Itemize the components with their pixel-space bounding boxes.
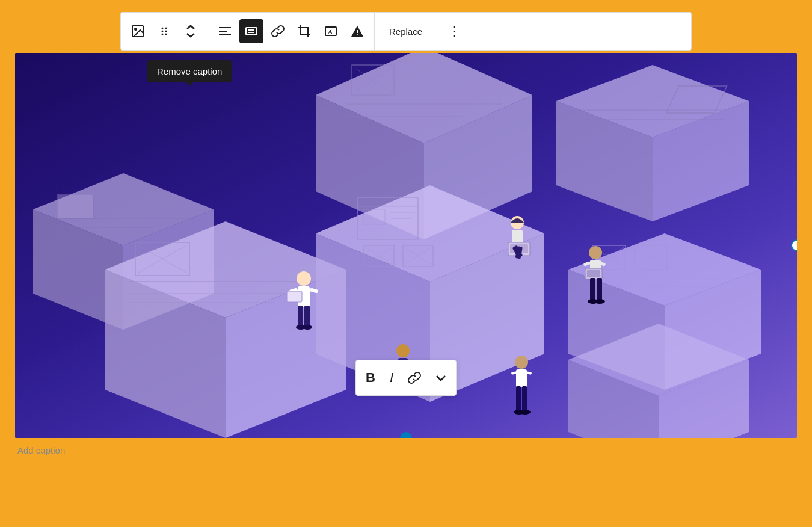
remove-caption-tooltip[interactable]: Remove caption — [147, 60, 232, 82]
align-left-button[interactable] — [213, 19, 237, 43]
svg-point-6 — [162, 34, 164, 35]
svg-rect-99 — [597, 278, 602, 301]
main-image[interactable]: Remove caption B I — [15, 53, 797, 438]
svg-rect-39 — [57, 194, 93, 218]
more-options-button[interactable]: ⋮ — [442, 19, 466, 43]
caption-format-toolbar: B I — [355, 360, 457, 396]
svg-point-113 — [520, 410, 531, 415]
drag-handle-button[interactable] — [152, 19, 176, 43]
svg-point-4 — [162, 31, 164, 32]
caption-text[interactable]: Add caption — [15, 438, 797, 463]
align-center-button[interactable] — [239, 19, 263, 43]
more-inline-button[interactable] — [433, 372, 449, 384]
svg-rect-95 — [587, 270, 600, 277]
svg-point-1 — [135, 28, 137, 30]
svg-rect-111 — [522, 386, 527, 411]
image-toolbar: A Replace ⋮ — [120, 12, 692, 51]
move-button[interactable] — [179, 19, 203, 43]
toolbar-group-alignment: A — [208, 13, 375, 50]
text-overlay-button[interactable]: A — [319, 19, 343, 43]
svg-point-92 — [589, 246, 602, 259]
svg-rect-110 — [516, 386, 521, 411]
image-icon-button[interactable] — [126, 19, 150, 43]
svg-point-82 — [303, 325, 312, 330]
svg-rect-85 — [287, 291, 302, 302]
svg-point-102 — [396, 344, 410, 357]
svg-point-3 — [165, 28, 167, 29]
crop-button[interactable] — [292, 19, 316, 43]
svg-rect-107 — [516, 369, 527, 387]
svg-point-18 — [357, 34, 358, 35]
toolbar-group-more: ⋮ — [437, 13, 471, 50]
italic-button[interactable]: I — [387, 368, 396, 388]
svg-point-101 — [594, 299, 605, 304]
svg-rect-11 — [246, 28, 257, 35]
link-button[interactable] — [266, 19, 290, 43]
svg-point-5 — [165, 31, 167, 32]
bold-button[interactable]: B — [363, 368, 378, 388]
image-wrapper: Remove caption B I Add caption — [15, 53, 797, 463]
svg-point-2 — [162, 28, 164, 29]
svg-point-7 — [165, 34, 167, 35]
svg-point-77 — [297, 271, 311, 286]
svg-text:A: A — [328, 28, 333, 35]
toolbar-group-replace: Replace — [375, 13, 437, 50]
svg-point-106 — [515, 356, 528, 369]
toolbar-group-image-type — [121, 13, 208, 50]
link-inline-button[interactable] — [405, 369, 423, 387]
replace-button[interactable]: Replace — [380, 19, 432, 43]
svg-rect-98 — [590, 278, 595, 301]
svg-rect-80 — [304, 306, 310, 327]
svg-rect-79 — [298, 306, 303, 327]
warning-button[interactable] — [345, 19, 369, 43]
